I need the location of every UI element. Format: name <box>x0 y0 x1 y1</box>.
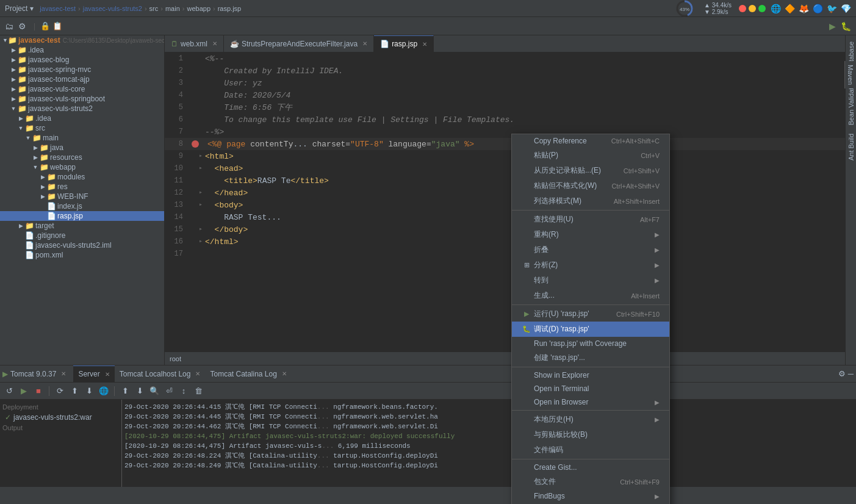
log-line-7: 29-Oct-2020 20:26:48.249 淇℃伅 [Catalina-u… <box>124 461 854 470</box>
sidebar-item-spring-mvc[interactable]: ▶ 📁 javasec-spring-mvc <box>0 65 164 74</box>
editor-status-bar: root <box>165 351 845 365</box>
project-dropdown-icon[interactable]: ▾ <box>30 4 34 13</box>
sidebar-item-idea-1[interactable]: ▶ 📁 .idea <box>0 45 164 55</box>
menu-show-in-explorer[interactable]: Show in Explorer <box>512 369 669 382</box>
tab-raspjsp-close[interactable]: ✕ <box>422 41 427 48</box>
tab-webxml-close[interactable]: ✕ <box>212 40 217 47</box>
menu-pack-file[interactable]: 包文件 Ctrl+Shift+F9 <box>512 474 669 489</box>
menu-find-usages[interactable]: 查找使用(U) Alt+F7 <box>512 212 669 227</box>
sidebar-item-java[interactable]: ▶ 📁 java <box>0 143 164 153</box>
editor-area: 🗒 web.xml ✕ ☕ StrutsPrepareAndExecuteFil… <box>165 35 845 365</box>
undeploy-btn[interactable]: ⬇ <box>82 384 96 398</box>
menu-paste-from-history[interactable]: 从历史记录粘贴...(E) Ctrl+Shift+V <box>512 163 669 178</box>
sidebar-item-modules[interactable]: ▶ 📁 modules <box>0 172 164 182</box>
menu-column-select[interactable]: 列选择模式(M) Alt+Shift+Insert <box>512 193 669 209</box>
sidebar-item-raspjsp[interactable]: ▶ 📄 rasp.jsp <box>0 211 164 221</box>
breadcrumb-part-3: src <box>149 5 159 12</box>
code-line-15: 15 ▸ </body> <box>165 223 845 236</box>
tab-webxml[interactable]: 🗒 web.xml ✕ <box>165 35 224 52</box>
log-line-4: [2020-10-29 08:26:44,475] Artifact javas… <box>124 431 854 441</box>
toolbar-icon-2[interactable]: ⚙ <box>18 21 26 31</box>
menu-file-encoding[interactable]: 文件编码 <box>512 442 669 458</box>
bottom-content: Deployment ✓ javasec-vuls-struts2:war Ou… <box>0 400 856 487</box>
resume-btn[interactable]: ▶ <box>17 384 31 398</box>
sidebar-item-src[interactable]: ▼ 📁 src <box>0 123 164 133</box>
breadcrumb-part-2: javasec-vuls-struts2 <box>83 5 142 12</box>
code-line-16: 16 ▸ </html> <box>165 236 845 248</box>
sidebar-item-pomxml[interactable]: ▶ 📄 pom.xml <box>0 250 164 260</box>
sidebar-item-res[interactable]: ▶ 📁 res <box>0 182 164 192</box>
menu-generate[interactable]: 生成... Alt+Insert <box>512 288 669 303</box>
sidebar-item-idea-2[interactable]: ▶ 📁 .idea <box>0 113 164 123</box>
menu-create[interactable]: 创建 'rasp.jsp'... <box>512 350 669 365</box>
status-root: root <box>170 355 181 362</box>
scroll-up-btn[interactable]: ⬆ <box>118 384 132 398</box>
minimize-icon[interactable]: ─ <box>848 369 854 378</box>
maven-tab[interactable]: Maven <box>844 61 856 88</box>
sidebar-item-webapp[interactable]: ▼ 📁 webapp <box>0 162 164 172</box>
sidebar-item-target[interactable]: ▶ 📁 target <box>0 221 164 231</box>
menu-run-coverage[interactable]: Run 'rasp.jsp' with Coverage <box>512 337 669 350</box>
menu-open-terminal[interactable]: Open in Terminal <box>512 382 669 395</box>
menu-compare-clipboard[interactable]: 与剪贴板比较(B) <box>512 427 669 442</box>
tab-filter[interactable]: ☕ StrutsPrepareAndExecuteFilter.java ✕ <box>224 35 374 52</box>
menu-local-history[interactable]: 本地历史(H) ▶ <box>512 412 669 427</box>
sidebar-item-indexjs[interactable]: ▶ 📄 index.js <box>0 201 164 211</box>
toolbar-icon-run[interactable]: ▶ <box>829 21 836 31</box>
bottom-tab-localhost-log[interactable]: Tomcat Localhost Log ✕ <box>115 365 206 383</box>
menu-create-gist[interactable]: Create Gist... <box>512 461 669 474</box>
toolbar-icon-debug[interactable]: 🐛 <box>841 21 851 31</box>
sidebar-item-vuls-springboot[interactable]: ▶ 📁 javasec-vuls-springboot <box>0 94 164 104</box>
log-line-2: 29-Oct-2020 20:26:44.445 淇℃伅 [RMI TCP Co… <box>124 412 854 422</box>
menu-paste[interactable]: 粘贴(P) Ctrl+V <box>512 148 669 163</box>
menu-open-browser[interactable]: Open in Browser ▶ <box>512 395 669 409</box>
sidebar-item-vuls-core[interactable]: ▶ 📁 javasec-vuls-core <box>0 84 164 94</box>
bottom-tab-catalina-log[interactable]: Tomcat Catalina Log ✕ <box>205 365 291 383</box>
toolbar-icon-1[interactable]: 🗂 <box>5 21 13 31</box>
right-tab-ant-build[interactable]: Ant Build <box>846 130 856 164</box>
bottom-tab-server[interactable]: Server ✕ <box>73 365 114 383</box>
menu-run[interactable]: ▶ 运行(U) 'rasp.jsp' Ctrl+Shift+F10 <box>512 306 669 322</box>
menu-copy-reference[interactable]: Copy Reference Ctrl+Alt+Shift+C <box>512 134 669 148</box>
browser-icons: 🌐 🔶 🦊 🔵 🐦 💎 <box>771 4 851 13</box>
menu-paste-without-format[interactable]: 粘贴但不格式化(W) Ctrl+Alt+Shift+V <box>512 178 669 193</box>
scroll-down-btn[interactable]: ⬇ <box>133 384 146 398</box>
menu-goto[interactable]: 转到 ▶ <box>512 273 669 288</box>
menu-findbugs[interactable]: FindBugs ▶ <box>512 489 669 503</box>
sidebar-item-tomcat-ajp[interactable]: ▶ 📁 javasec-tomcat-ajp <box>0 74 164 84</box>
stop-btn[interactable]: ■ <box>32 384 45 398</box>
sidebar-item-main[interactable]: ▼ 📁 main <box>0 133 164 143</box>
toolbar-icon-4[interactable]: 📋 <box>52 21 62 31</box>
wrap-btn[interactable]: ⏎ <box>162 384 176 398</box>
breadcrumb-part-1: javasec-test <box>40 5 76 12</box>
menu-refactor[interactable]: 重构(R) ▶ <box>512 227 669 242</box>
filter-btn[interactable]: 🔍 <box>148 384 161 398</box>
code-editor[interactable]: 1 <%-- 2 Created by IntelliJ IDEA. 3 <box>165 52 845 351</box>
sidebar-item-vuls-struts2[interactable]: ▼ 📁 javasec-vuls-struts2 <box>0 104 164 113</box>
menu-debug[interactable]: 🐛 调试(D) 'rasp.jsp' <box>512 322 669 337</box>
code-line-10: 10 ▸ <head> <box>165 162 845 175</box>
restart-btn[interactable]: ↺ <box>2 384 16 398</box>
deployment-item[interactable]: ✓ javasec-vuls-struts2:war <box>2 412 119 423</box>
settings-icon[interactable]: ⚙ <box>838 369 846 378</box>
breakpoint-8[interactable] <box>192 140 199 148</box>
run-tab-close[interactable]: ✕ <box>61 370 66 377</box>
code-line-5: 5 Time: 6:56 下午 <box>165 101 845 113</box>
tab-filter-close[interactable]: ✕ <box>362 40 367 47</box>
sidebar-item-webinf[interactable]: ▶ 📁 WEB-INF <box>0 192 164 201</box>
fold-lines-btn[interactable]: ↕ <box>177 384 190 398</box>
tab-raspjsp[interactable]: 📄 rasp.jsp ✕ <box>374 35 434 52</box>
sidebar-item-resources[interactable]: ▶ 📁 resources <box>0 153 164 162</box>
clear-btn[interactable]: 🗑 <box>192 384 205 398</box>
sidebar-item-javasec-test[interactable]: ▼ 📁 javasec-test C:\Users\86135\Desktop\… <box>0 35 164 45</box>
menu-analyze[interactable]: ⊞ 分析(Z) ▶ <box>512 257 669 273</box>
update-btn[interactable]: ⟳ <box>53 384 67 398</box>
sidebar-item-javasec-blog[interactable]: ▶ 📁 javasec-blog <box>0 55 164 65</box>
deploy-btn[interactable]: ⬆ <box>68 384 81 398</box>
sidebar-item-gitignore[interactable]: ▶ 📄 .gitignore <box>0 231 164 240</box>
open-browser-btn[interactable]: 🌐 <box>97 384 110 398</box>
toolbar-icon-3[interactable]: 🔒 <box>40 21 50 31</box>
menu-fold[interactable]: 折叠 ▶ <box>512 242 669 257</box>
sidebar-item-iml[interactable]: ▶ 📄 javasec-vuls-struts2.iml <box>0 240 164 250</box>
project-label[interactable]: Project <box>5 4 27 13</box>
